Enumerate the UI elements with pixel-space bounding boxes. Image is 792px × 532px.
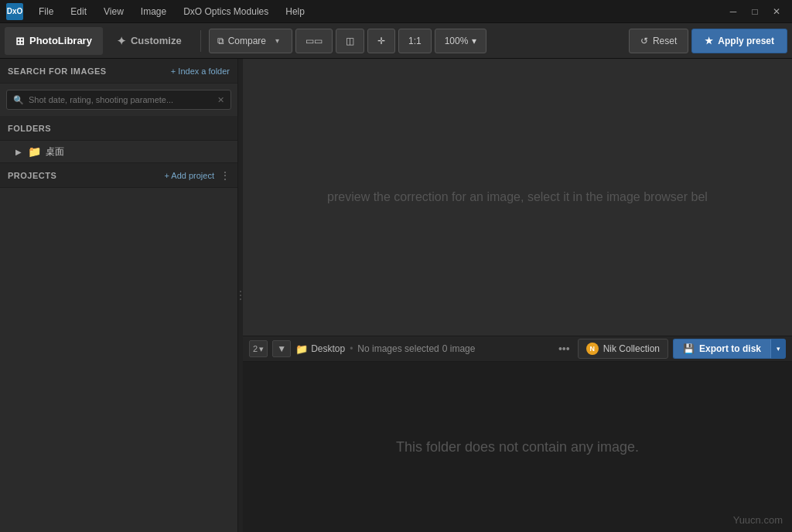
menu-view[interactable]: View: [101, 5, 127, 19]
toolbar-separator-1: [200, 30, 201, 52]
title-bar: DxO File Edit View Image DxO Optics Modu…: [0, 0, 792, 23]
apply-preset-label: Apply preset: [718, 36, 774, 46]
export-icon: 💾: [683, 343, 695, 354]
nik-collection-button[interactable]: N Nik Collection: [578, 339, 668, 359]
apply-preset-button[interactable]: ★ Apply preset: [691, 29, 787, 53]
watermark: Yuucn.com: [733, 514, 783, 526]
sort-label: 2: [253, 344, 258, 353]
sort-button[interactable]: 2 ▾: [249, 340, 268, 357]
handle-dots: [240, 291, 241, 300]
reset-icon: ↺: [640, 36, 648, 46]
sort-arrow-icon: ▾: [259, 344, 264, 354]
menu-bar: File Edit View Image DxO Optics Modules …: [36, 5, 308, 19]
filter-icon: ▼: [277, 343, 286, 354]
empty-folder-message: This folder does not contain any image.: [396, 439, 639, 455]
export-group: 💾 Export to disk ▾: [673, 339, 786, 359]
menu-image[interactable]: Image: [138, 5, 169, 19]
main-layout: SEARCH FOR IMAGES + Index a folder 🔍 ✕ F…: [0, 59, 792, 532]
projects-section: PROJECTS + Add project ⋮: [0, 163, 237, 188]
folder-item-desktop[interactable]: ▶ 📁 桌面: [0, 141, 237, 162]
export-dropdown-button[interactable]: ▾: [770, 339, 786, 359]
index-folder-button[interactable]: + Index a folder: [171, 66, 230, 76]
projects-section-title: PROJECTS: [8, 171, 56, 180]
selection-status: No images selected: [357, 343, 439, 354]
dxo-logo-icon: DxO: [6, 3, 23, 20]
title-bar-left: DxO File Edit View Image DxO Optics Modu…: [6, 3, 308, 20]
reset-label: Reset: [653, 36, 677, 46]
customize-tab[interactable]: ✦ Customize: [106, 27, 193, 55]
split-button[interactable]: ◫: [336, 29, 364, 53]
projects-actions: + Add project ⋮: [164, 170, 230, 181]
compare-icon: ⧉: [217, 36, 224, 46]
image-browser: This folder does not contain any image.: [243, 362, 792, 532]
nik-icon: N: [586, 343, 599, 355]
projects-menu-icon[interactable]: ⋮: [220, 170, 230, 181]
customize-label: Customize: [131, 35, 182, 46]
add-project-button[interactable]: + Add project: [164, 171, 214, 180]
nik-label: Nik Collection: [603, 343, 660, 354]
customize-icon: ✦: [117, 35, 126, 47]
compare-dropdown-icon[interactable]: ▾: [270, 36, 284, 45]
filter-button[interactable]: ▼: [272, 340, 291, 357]
folder-name: 桌面: [46, 145, 64, 159]
sidebar: SEARCH FOR IMAGES + Index a folder 🔍 ✕ F…: [0, 59, 238, 532]
export-dropdown-icon: ▾: [777, 345, 780, 353]
minimize-button[interactable]: ─: [724, 4, 742, 19]
export-label: Export to disk: [699, 343, 761, 354]
preview-area: preview the correction for an image, sel…: [243, 59, 792, 336]
move-icon: ✛: [377, 36, 385, 46]
menu-help[interactable]: Help: [282, 5, 308, 19]
search-icon: 🔍: [13, 95, 24, 105]
apply-preset-icon: ★: [705, 36, 713, 46]
zoom-percent-label: 100%: [445, 36, 469, 46]
folders-section-title: FOLDERS: [8, 124, 51, 133]
browser-more-button[interactable]: •••: [555, 343, 573, 355]
photo-library-tab[interactable]: ⊞ PhotoLibrary: [5, 27, 103, 55]
path-separator: •: [350, 343, 353, 354]
search-clear-icon[interactable]: ✕: [217, 95, 224, 105]
search-bar: 🔍 ✕: [6, 90, 231, 110]
projects-section-header: PROJECTS + Add project ⋮: [0, 163, 237, 188]
menu-dxo-optics[interactable]: DxO Optics Modules: [180, 5, 271, 19]
move-button[interactable]: ✛: [367, 29, 395, 53]
search-section-header: SEARCH FOR IMAGES + Index a folder: [0, 59, 237, 84]
path-label: Desktop: [311, 343, 345, 354]
preview-message: preview the correction for an image, sel…: [312, 188, 723, 206]
main-toolbar: ⊞ PhotoLibrary ✦ Customize ⧉ Compare ▾ ▭…: [0, 23, 792, 59]
path-folder-icon: 📁: [295, 343, 308, 355]
compare-button[interactable]: ⧉ Compare ▾: [209, 29, 292, 53]
photo-library-label: PhotoLibrary: [29, 35, 92, 46]
zoom-dropdown-icon: ▾: [472, 36, 476, 46]
zoom-percent-button[interactable]: 100% ▾: [435, 29, 487, 53]
browser-toolbar: 2 ▾ ▼ 📁 Desktop • No images selected 0 i…: [243, 336, 792, 362]
title-bar-right: ─ □ ✕: [724, 4, 786, 19]
menu-file[interactable]: File: [36, 5, 56, 19]
folders-section: FOLDERS ▶ 📁 桌面: [0, 116, 237, 163]
image-count: 0 image: [442, 343, 476, 354]
folders-section-header: FOLDERS: [0, 116, 237, 141]
content-area: preview the correction for an image, sel…: [243, 59, 792, 532]
browser-path: 📁 Desktop • No images selected 0 image: [295, 343, 475, 355]
export-button[interactable]: 💾 Export to disk: [673, 339, 770, 359]
search-input[interactable]: [29, 95, 213, 104]
compare-label: Compare: [228, 36, 266, 46]
side-by-side-button[interactable]: ▭▭: [295, 29, 333, 53]
zoom-1-1-button[interactable]: 1:1: [398, 29, 432, 53]
folder-icon: 📁: [28, 145, 41, 158]
side-by-side-icon: ▭▭: [306, 36, 323, 46]
search-section-title: SEARCH FOR IMAGES: [8, 66, 107, 76]
photo-library-icon: ⊞: [15, 35, 25, 47]
close-button[interactable]: ✕: [767, 4, 786, 19]
reset-button[interactable]: ↺ Reset: [629, 29, 688, 53]
folder-arrow-icon: ▶: [15, 148, 22, 156]
zoom-group: 1:1 100% ▾: [398, 29, 486, 53]
menu-edit[interactable]: Edit: [67, 5, 90, 19]
zoom-1-1-label: 1:1: [408, 36, 422, 46]
split-icon: ◫: [346, 36, 354, 46]
dxo-logo: DxO: [6, 3, 23, 20]
maximize-button[interactable]: □: [746, 4, 764, 19]
